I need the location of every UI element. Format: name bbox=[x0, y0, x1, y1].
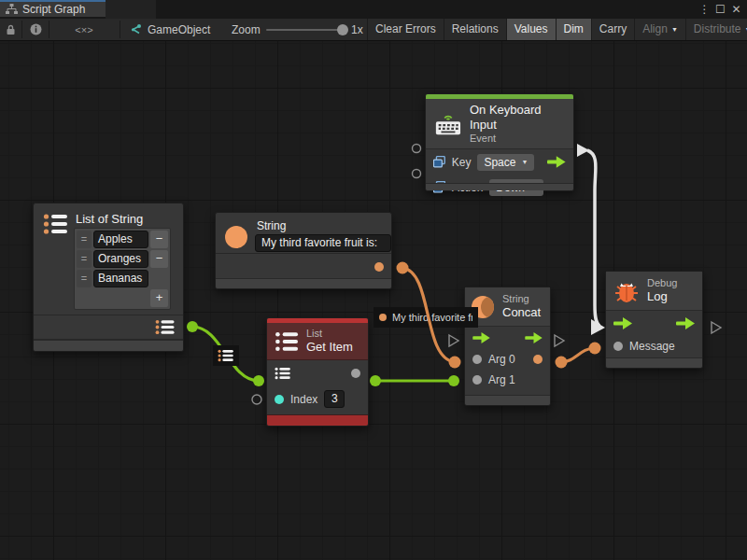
flow-output-port[interactable] bbox=[676, 317, 695, 329]
lock-button[interactable] bbox=[0, 19, 21, 40]
wire-value-tooltip: My third favorite fr... bbox=[374, 307, 478, 328]
flow-input-port[interactable] bbox=[613, 317, 632, 329]
node-category: String bbox=[502, 293, 541, 305]
string-output-row bbox=[216, 253, 391, 279]
graph-toolbar: <×> GameObject Zoom 1x Clear Errors Rela… bbox=[0, 19, 747, 41]
node-title: String bbox=[257, 218, 286, 233]
remove-item-button[interactable]: − bbox=[150, 250, 168, 268]
node-get-item[interactable]: List Get Item Index 3 bbox=[266, 317, 369, 427]
key-label: Key bbox=[452, 156, 472, 169]
node-footer bbox=[216, 278, 391, 288]
list-icon bbox=[43, 213, 68, 238]
drag-handle[interactable]: = bbox=[77, 250, 92, 268]
close-icon[interactable]: ✕ bbox=[728, 3, 744, 16]
message-input-port[interactable] bbox=[613, 342, 623, 351]
wire-keyboard-to-log bbox=[577, 144, 605, 335]
wire-list-value-badge bbox=[213, 345, 239, 366]
node-title: Concat bbox=[502, 305, 541, 320]
add-item-button[interactable]: + bbox=[150, 289, 168, 307]
arg0-label: Arg 0 bbox=[488, 353, 515, 366]
node-category: List bbox=[306, 328, 353, 340]
drag-handle[interactable]: = bbox=[77, 231, 92, 248]
tab-well bbox=[106, 0, 156, 19]
string-output-port[interactable] bbox=[374, 262, 384, 272]
node-string-literal[interactable]: String My third favorite fruit is: bbox=[215, 212, 392, 289]
kebab-menu-icon[interactable]: ⋮ bbox=[697, 3, 712, 16]
arg0-input-port[interactable] bbox=[472, 355, 482, 364]
list-input-port[interactable] bbox=[275, 367, 291, 380]
graph-canvas[interactable]: List of String = Apples − = Oranges − = … bbox=[0, 41, 747, 560]
list-item-row: = Apples − bbox=[77, 231, 168, 248]
list-output-port[interactable] bbox=[155, 319, 176, 335]
lock-icon bbox=[6, 24, 16, 35]
carry-button[interactable]: Carry bbox=[591, 19, 634, 40]
item-output-port[interactable] bbox=[351, 369, 360, 378]
flow-row bbox=[465, 327, 550, 349]
drag-handle[interactable]: = bbox=[77, 270, 92, 287]
string-value-dot bbox=[379, 314, 387, 321]
list-item-field[interactable]: Bananas bbox=[93, 270, 148, 287]
node-title: Log bbox=[647, 289, 677, 304]
list-item-field[interactable]: Oranges bbox=[93, 250, 148, 268]
index-input-port[interactable] bbox=[275, 395, 284, 404]
arg1-row: Arg 1 bbox=[465, 370, 550, 390]
values-button[interactable]: Values bbox=[506, 19, 556, 40]
list-item-row: = Oranges − bbox=[77, 250, 168, 268]
tab-script-graph[interactable]: Script Graph bbox=[0, 0, 106, 17]
node-debug-log[interactable]: Debug Log Message bbox=[605, 271, 703, 369]
index-row: Index 3 bbox=[267, 386, 368, 412]
relations-button[interactable]: Relations bbox=[444, 19, 506, 40]
info-icon bbox=[30, 23, 42, 35]
maximize-icon[interactable]: ☐ bbox=[712, 3, 728, 16]
code-view-button[interactable]: <×> bbox=[49, 19, 119, 40]
arg1-input-port[interactable] bbox=[472, 375, 482, 385]
key-dropdown[interactable]: Space▼ bbox=[477, 154, 534, 171]
flow-input-port[interactable] bbox=[472, 332, 490, 343]
index-field[interactable]: 3 bbox=[324, 390, 345, 408]
caret-down-icon: ▼ bbox=[521, 155, 528, 170]
zoom-slider[interactable] bbox=[266, 29, 347, 31]
node-title: Get Item bbox=[306, 340, 353, 355]
node-title: List of String bbox=[76, 212, 143, 227]
wire-concat-to-log bbox=[556, 343, 601, 369]
key-binding-icon bbox=[433, 156, 445, 168]
remove-item-button[interactable]: − bbox=[150, 231, 168, 248]
node-on-keyboard-input[interactable]: On Keyboard Input Event Key Space▼ bbox=[425, 93, 574, 191]
graph-tab-icon bbox=[6, 4, 18, 15]
message-row: Message bbox=[606, 335, 702, 357]
align-button[interactable]: Align▼ bbox=[634, 19, 685, 40]
bug-icon bbox=[613, 278, 640, 303]
tab-title: Script Graph bbox=[22, 3, 85, 16]
node-footer bbox=[34, 340, 183, 351]
dim-button[interactable]: Dim bbox=[556, 19, 591, 40]
info-button[interactable] bbox=[22, 19, 49, 40]
flow-output-port[interactable] bbox=[547, 156, 566, 168]
node-list-of-string[interactable]: List of String = Apples − = Oranges − = … bbox=[33, 203, 184, 352]
node-footer bbox=[606, 357, 702, 368]
list-output-row bbox=[34, 315, 183, 340]
caret-down-icon: ▼ bbox=[671, 26, 678, 33]
result-output-port[interactable] bbox=[533, 355, 543, 364]
key-row: Key Space▼ bbox=[426, 149, 573, 175]
node-category: Debug bbox=[647, 277, 677, 289]
node-concat[interactable]: String Concat Arg 0 Arg 1 bbox=[464, 287, 551, 406]
list-input-row bbox=[267, 360, 368, 386]
flow-output-port[interactable] bbox=[525, 332, 543, 343]
string-icon bbox=[225, 226, 247, 248]
list-item-field[interactable]: Apples bbox=[93, 231, 148, 248]
index-label: Index bbox=[290, 393, 317, 406]
graph-target[interactable]: GameObject bbox=[129, 19, 210, 40]
arg0-row: Arg 0 bbox=[465, 349, 550, 370]
target-name: GameObject bbox=[148, 23, 210, 36]
script-graph-asset-icon bbox=[129, 23, 142, 36]
list-editor: = Apples − = Oranges − = Bananas + + bbox=[74, 228, 171, 310]
title-bar: Script Graph ⋮ ☐ ✕ bbox=[0, 0, 747, 19]
string-value-field[interactable]: My third favorite fruit is: bbox=[255, 234, 391, 252]
node-footer bbox=[465, 395, 550, 405]
clear-errors-button[interactable]: Clear Errors bbox=[367, 19, 444, 40]
node-category: Event bbox=[470, 133, 565, 145]
script-graph-window: Script Graph ⋮ ☐ ✕ <×> bbox=[0, 0, 747, 560]
zoom-slider-handle[interactable] bbox=[337, 24, 348, 35]
zoom-label: Zoom bbox=[232, 19, 261, 40]
distribute-button[interactable]: Distribute▼ bbox=[685, 19, 747, 40]
